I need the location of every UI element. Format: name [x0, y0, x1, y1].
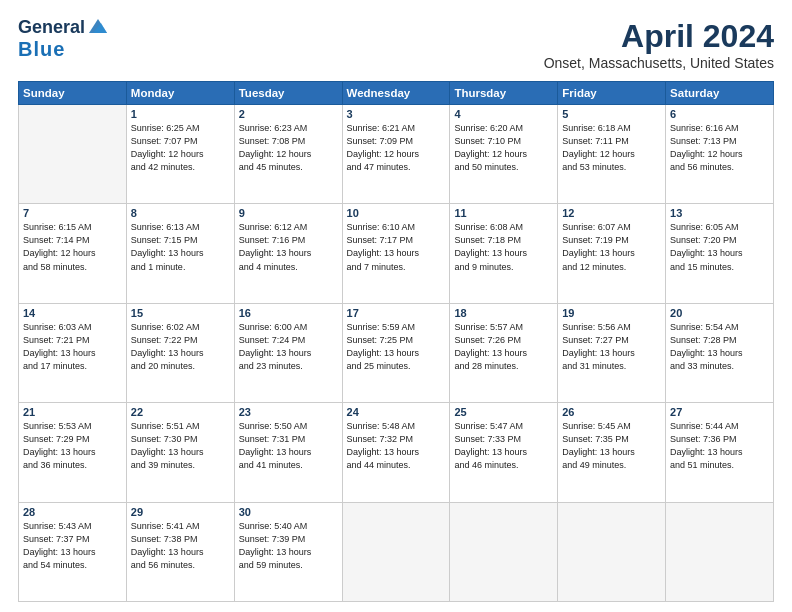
calendar-cell: 6Sunrise: 6:16 AM Sunset: 7:13 PM Daylig… [666, 105, 774, 204]
day-info: Sunrise: 6:03 AM Sunset: 7:21 PM Dayligh… [23, 321, 122, 373]
calendar-cell: 22Sunrise: 5:51 AM Sunset: 7:30 PM Dayli… [126, 403, 234, 502]
weekday-header-sunday: Sunday [19, 82, 127, 105]
calendar-cell: 25Sunrise: 5:47 AM Sunset: 7:33 PM Dayli… [450, 403, 558, 502]
day-info: Sunrise: 5:47 AM Sunset: 7:33 PM Dayligh… [454, 420, 553, 472]
day-info: Sunrise: 5:56 AM Sunset: 7:27 PM Dayligh… [562, 321, 661, 373]
day-info: Sunrise: 6:15 AM Sunset: 7:14 PM Dayligh… [23, 221, 122, 273]
day-info: Sunrise: 6:05 AM Sunset: 7:20 PM Dayligh… [670, 221, 769, 273]
day-number: 7 [23, 207, 122, 219]
day-number: 25 [454, 406, 553, 418]
day-number: 28 [23, 506, 122, 518]
day-info: Sunrise: 6:02 AM Sunset: 7:22 PM Dayligh… [131, 321, 230, 373]
calendar-cell: 7Sunrise: 6:15 AM Sunset: 7:14 PM Daylig… [19, 204, 127, 303]
day-info: Sunrise: 5:40 AM Sunset: 7:39 PM Dayligh… [239, 520, 338, 572]
day-info: Sunrise: 6:10 AM Sunset: 7:17 PM Dayligh… [347, 221, 446, 273]
calendar-cell: 8Sunrise: 6:13 AM Sunset: 7:15 PM Daylig… [126, 204, 234, 303]
day-info: Sunrise: 6:16 AM Sunset: 7:13 PM Dayligh… [670, 122, 769, 174]
day-info: Sunrise: 5:51 AM Sunset: 7:30 PM Dayligh… [131, 420, 230, 472]
day-number: 15 [131, 307, 230, 319]
calendar-cell: 12Sunrise: 6:07 AM Sunset: 7:19 PM Dayli… [558, 204, 666, 303]
calendar-cell: 2Sunrise: 6:23 AM Sunset: 7:08 PM Daylig… [234, 105, 342, 204]
day-info: Sunrise: 6:20 AM Sunset: 7:10 PM Dayligh… [454, 122, 553, 174]
day-number: 27 [670, 406, 769, 418]
day-info: Sunrise: 6:13 AM Sunset: 7:15 PM Dayligh… [131, 221, 230, 273]
calendar-cell: 13Sunrise: 6:05 AM Sunset: 7:20 PM Dayli… [666, 204, 774, 303]
day-info: Sunrise: 5:54 AM Sunset: 7:28 PM Dayligh… [670, 321, 769, 373]
day-number: 5 [562, 108, 661, 120]
day-info: Sunrise: 6:21 AM Sunset: 7:09 PM Dayligh… [347, 122, 446, 174]
page: General Blue April 2024 Onset, Massachus… [0, 0, 792, 612]
day-info: Sunrise: 5:48 AM Sunset: 7:32 PM Dayligh… [347, 420, 446, 472]
day-number: 1 [131, 108, 230, 120]
calendar-cell: 24Sunrise: 5:48 AM Sunset: 7:32 PM Dayli… [342, 403, 450, 502]
calendar-cell: 20Sunrise: 5:54 AM Sunset: 7:28 PM Dayli… [666, 303, 774, 402]
calendar-cell [19, 105, 127, 204]
weekday-header-row: SundayMondayTuesdayWednesdayThursdayFrid… [19, 82, 774, 105]
weekday-header-saturday: Saturday [666, 82, 774, 105]
calendar-cell [558, 502, 666, 601]
day-info: Sunrise: 5:53 AM Sunset: 7:29 PM Dayligh… [23, 420, 122, 472]
day-info: Sunrise: 5:50 AM Sunset: 7:31 PM Dayligh… [239, 420, 338, 472]
day-number: 23 [239, 406, 338, 418]
calendar-cell: 27Sunrise: 5:44 AM Sunset: 7:36 PM Dayli… [666, 403, 774, 502]
main-title: April 2024 [544, 18, 774, 55]
title-block: April 2024 Onset, Massachusetts, United … [544, 18, 774, 71]
day-info: Sunrise: 5:43 AM Sunset: 7:37 PM Dayligh… [23, 520, 122, 572]
logo-general: General [18, 18, 85, 38]
day-info: Sunrise: 5:57 AM Sunset: 7:26 PM Dayligh… [454, 321, 553, 373]
day-number: 26 [562, 406, 661, 418]
calendar-cell: 1Sunrise: 6:25 AM Sunset: 7:07 PM Daylig… [126, 105, 234, 204]
day-info: Sunrise: 6:07 AM Sunset: 7:19 PM Dayligh… [562, 221, 661, 273]
calendar-week-2: 7Sunrise: 6:15 AM Sunset: 7:14 PM Daylig… [19, 204, 774, 303]
day-number: 10 [347, 207, 446, 219]
calendar-cell: 9Sunrise: 6:12 AM Sunset: 7:16 PM Daylig… [234, 204, 342, 303]
calendar-cell: 30Sunrise: 5:40 AM Sunset: 7:39 PM Dayli… [234, 502, 342, 601]
day-number: 3 [347, 108, 446, 120]
weekday-header-tuesday: Tuesday [234, 82, 342, 105]
calendar-cell: 18Sunrise: 5:57 AM Sunset: 7:26 PM Dayli… [450, 303, 558, 402]
calendar-cell: 19Sunrise: 5:56 AM Sunset: 7:27 PM Dayli… [558, 303, 666, 402]
day-info: Sunrise: 5:59 AM Sunset: 7:25 PM Dayligh… [347, 321, 446, 373]
calendar-week-1: 1Sunrise: 6:25 AM Sunset: 7:07 PM Daylig… [19, 105, 774, 204]
day-info: Sunrise: 6:18 AM Sunset: 7:11 PM Dayligh… [562, 122, 661, 174]
header: General Blue April 2024 Onset, Massachus… [18, 18, 774, 71]
weekday-header-friday: Friday [558, 82, 666, 105]
day-number: 4 [454, 108, 553, 120]
subtitle: Onset, Massachusetts, United States [544, 55, 774, 71]
day-number: 13 [670, 207, 769, 219]
calendar-week-3: 14Sunrise: 6:03 AM Sunset: 7:21 PM Dayli… [19, 303, 774, 402]
calendar-table: SundayMondayTuesdayWednesdayThursdayFrid… [18, 81, 774, 602]
day-info: Sunrise: 6:08 AM Sunset: 7:18 PM Dayligh… [454, 221, 553, 273]
calendar-cell: 11Sunrise: 6:08 AM Sunset: 7:18 PM Dayli… [450, 204, 558, 303]
day-number: 11 [454, 207, 553, 219]
day-number: 20 [670, 307, 769, 319]
day-number: 18 [454, 307, 553, 319]
logo-blue: Blue [18, 38, 65, 60]
day-number: 8 [131, 207, 230, 219]
day-number: 9 [239, 207, 338, 219]
calendar-cell: 4Sunrise: 6:20 AM Sunset: 7:10 PM Daylig… [450, 105, 558, 204]
day-info: Sunrise: 5:44 AM Sunset: 7:36 PM Dayligh… [670, 420, 769, 472]
weekday-header-thursday: Thursday [450, 82, 558, 105]
day-info: Sunrise: 6:25 AM Sunset: 7:07 PM Dayligh… [131, 122, 230, 174]
day-number: 21 [23, 406, 122, 418]
calendar-cell: 10Sunrise: 6:10 AM Sunset: 7:17 PM Dayli… [342, 204, 450, 303]
calendar-cell: 28Sunrise: 5:43 AM Sunset: 7:37 PM Dayli… [19, 502, 127, 601]
calendar-cell: 26Sunrise: 5:45 AM Sunset: 7:35 PM Dayli… [558, 403, 666, 502]
day-number: 29 [131, 506, 230, 518]
day-info: Sunrise: 5:45 AM Sunset: 7:35 PM Dayligh… [562, 420, 661, 472]
day-number: 2 [239, 108, 338, 120]
calendar-cell [342, 502, 450, 601]
calendar-cell: 21Sunrise: 5:53 AM Sunset: 7:29 PM Dayli… [19, 403, 127, 502]
calendar-week-4: 21Sunrise: 5:53 AM Sunset: 7:29 PM Dayli… [19, 403, 774, 502]
day-info: Sunrise: 6:12 AM Sunset: 7:16 PM Dayligh… [239, 221, 338, 273]
calendar-cell: 3Sunrise: 6:21 AM Sunset: 7:09 PM Daylig… [342, 105, 450, 204]
day-number: 16 [239, 307, 338, 319]
calendar-cell: 29Sunrise: 5:41 AM Sunset: 7:38 PM Dayli… [126, 502, 234, 601]
weekday-header-monday: Monday [126, 82, 234, 105]
calendar-cell [666, 502, 774, 601]
day-info: Sunrise: 6:00 AM Sunset: 7:24 PM Dayligh… [239, 321, 338, 373]
day-number: 12 [562, 207, 661, 219]
day-info: Sunrise: 5:41 AM Sunset: 7:38 PM Dayligh… [131, 520, 230, 572]
logo-icon [87, 15, 109, 37]
